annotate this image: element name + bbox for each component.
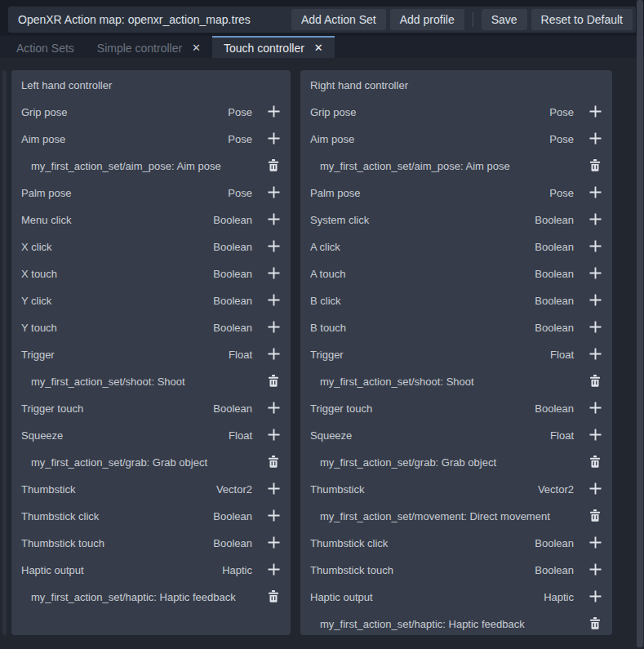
remove-binding-button[interactable] xyxy=(584,371,606,393)
action-map-title: OpenXR Action map: openxr_action_map.tre… xyxy=(18,13,291,26)
vertical-scrollbar[interactable] xyxy=(637,0,643,647)
binding-row: my_first_action_set/aim_pose: Aim pose xyxy=(300,153,612,180)
remove-binding-button[interactable] xyxy=(263,156,284,177)
toolbar-buttons: Add Action Set Add profile Save Reset to… xyxy=(291,9,633,30)
plus-icon xyxy=(268,563,280,578)
reset-to-default-button[interactable]: Reset to Default xyxy=(531,9,633,30)
tab-close-icon[interactable]: ✕ xyxy=(192,42,201,54)
add-binding-button[interactable] xyxy=(584,318,606,339)
tab-bar: Action SetsSimple controller✕Touch contr… xyxy=(0,36,644,58)
add-binding-button[interactable] xyxy=(584,210,606,231)
input-type: Boolean xyxy=(213,268,252,280)
add-binding-button[interactable] xyxy=(263,479,284,500)
tab-touch-controller[interactable]: Touch controller✕ xyxy=(212,36,335,58)
input-type: Boolean xyxy=(213,295,252,307)
add-binding-button[interactable] xyxy=(584,291,606,312)
binding-label: my_first_action_set/shoot: Shoot xyxy=(320,376,584,388)
add-binding-button[interactable] xyxy=(584,560,606,581)
add-profile-button[interactable]: Add profile xyxy=(390,9,464,30)
tab-label: Action Sets xyxy=(16,42,74,55)
add-binding-button[interactable] xyxy=(584,345,606,366)
input-row: B touchBoolean xyxy=(300,314,612,341)
plus-icon xyxy=(589,536,602,551)
trash-icon xyxy=(268,590,279,605)
add-binding-button[interactable] xyxy=(263,264,284,285)
add-binding-button[interactable] xyxy=(584,398,606,420)
add-binding-button[interactable] xyxy=(584,102,606,123)
binding-label: my_first_action_set/shoot: Shoot xyxy=(31,376,263,388)
input-row: A touchBoolean xyxy=(300,260,612,287)
tab-close-icon[interactable]: ✕ xyxy=(314,42,323,54)
tab-simple-controller[interactable]: Simple controller✕ xyxy=(86,36,212,58)
input-row: Y touchBoolean xyxy=(11,314,291,341)
add-action-set-button[interactable]: Add Action Set xyxy=(291,9,386,30)
binding-label: my_first_action_set/aim_pose: Aim pose xyxy=(31,160,263,172)
add-binding-button[interactable] xyxy=(263,102,284,123)
trash-icon xyxy=(589,509,601,524)
input-label: Grip pose xyxy=(310,106,549,118)
input-label: Y touch xyxy=(21,322,213,334)
binding-label: my_first_action_set/grab: Grab object xyxy=(31,456,263,469)
tab-action-sets[interactable]: Action Sets xyxy=(5,36,86,58)
remove-binding-button[interactable] xyxy=(584,614,606,635)
add-binding-button[interactable] xyxy=(584,479,606,500)
add-binding-button[interactable] xyxy=(584,425,606,447)
input-type: Pose xyxy=(549,106,574,118)
input-row: A clickBoolean xyxy=(300,233,612,260)
add-binding-button[interactable] xyxy=(263,533,284,554)
remove-binding-button[interactable] xyxy=(584,156,606,177)
remove-binding-button[interactable] xyxy=(263,587,284,608)
add-binding-button[interactable] xyxy=(584,129,606,150)
add-binding-button[interactable] xyxy=(584,587,606,608)
input-row: TriggerFloat xyxy=(11,341,291,368)
input-label: X touch xyxy=(21,268,213,280)
input-row: Trigger touchBoolean xyxy=(11,395,291,422)
binding-label: my_first_action_set/haptic: Haptic feedb… xyxy=(31,591,263,603)
input-type: Float xyxy=(550,429,574,442)
add-binding-button[interactable] xyxy=(263,183,284,204)
add-binding-button[interactable] xyxy=(263,237,284,258)
remove-binding-button[interactable] xyxy=(263,371,284,393)
input-row: SqueezeFloat xyxy=(300,422,612,449)
add-binding-button[interactable] xyxy=(263,291,284,312)
add-binding-button[interactable] xyxy=(263,560,284,581)
plus-icon xyxy=(268,509,280,524)
remove-binding-button[interactable] xyxy=(263,452,284,473)
binding-row: my_first_action_set/grab: Grab object xyxy=(300,449,612,476)
binding-label: my_first_action_set/grab: Grab object xyxy=(320,456,584,469)
add-binding-button[interactable] xyxy=(263,425,284,447)
add-binding-button[interactable] xyxy=(263,506,284,527)
input-type: Float xyxy=(229,349,252,361)
left-hand-controller-panel: Left hand controllerGrip posePoseAim pos… xyxy=(11,70,291,635)
add-binding-button[interactable] xyxy=(584,237,606,258)
input-label: Squeeze xyxy=(310,429,550,442)
input-label: Aim pose xyxy=(310,133,549,145)
input-type: Boolean xyxy=(213,322,252,334)
add-binding-button[interactable] xyxy=(263,318,284,339)
add-binding-button[interactable] xyxy=(263,210,284,231)
input-type: Pose xyxy=(549,133,574,145)
add-binding-button[interactable] xyxy=(584,183,606,204)
plus-icon xyxy=(268,402,280,416)
input-row: System clickBoolean xyxy=(300,207,612,233)
trash-icon xyxy=(589,617,601,632)
input-row: Y clickBoolean xyxy=(11,287,291,314)
plus-icon xyxy=(268,429,280,443)
add-binding-button[interactable] xyxy=(584,264,606,285)
input-label: Palm pose xyxy=(21,187,228,199)
input-type: Pose xyxy=(228,187,252,199)
remove-binding-button[interactable] xyxy=(584,506,606,527)
add-binding-button[interactable] xyxy=(263,129,284,150)
add-binding-button[interactable] xyxy=(263,398,284,420)
plus-icon xyxy=(589,105,602,120)
input-type: Boolean xyxy=(535,322,574,334)
add-binding-button[interactable] xyxy=(584,533,606,554)
input-type: Boolean xyxy=(213,241,252,253)
save-button[interactable]: Save xyxy=(482,9,527,30)
remove-binding-button[interactable] xyxy=(584,452,606,473)
input-row: Haptic outputHaptic xyxy=(300,584,612,611)
input-label: Thumbstick touch xyxy=(310,564,535,576)
input-row: ThumbstickVector2 xyxy=(300,476,612,503)
add-binding-button[interactable] xyxy=(263,345,284,366)
binding-row: my_first_action_set/movement: Direct mov… xyxy=(300,503,612,530)
